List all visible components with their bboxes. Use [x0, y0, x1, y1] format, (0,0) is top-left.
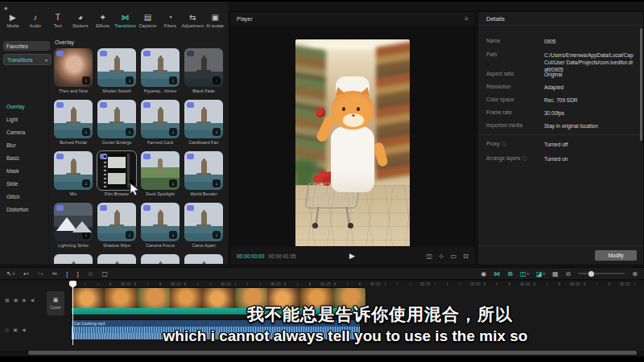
transition-thumbnail[interactable] [54, 254, 93, 264]
transition-thumbnail[interactable]: ↓ [54, 48, 93, 87]
transition-thumbnail[interactable] [141, 254, 180, 264]
audio-waveform [72, 327, 360, 333]
transition-thumbnail[interactable]: ↓ [54, 151, 93, 190]
transition-item[interactable]: ↓Burned Portal [54, 98, 93, 150]
fullscreen-icon[interactable]: ⊡ [463, 253, 469, 260]
zoom-out-icon[interactable]: ⊖ [566, 270, 572, 278]
transition-item[interactable] [141, 253, 180, 264]
transition-thumbnail[interactable]: ↓ [184, 100, 223, 138]
preview-axis-icon[interactable]: ◪▾ [536, 270, 545, 278]
delete-right-icon[interactable]: ] [77, 270, 79, 278]
transition-item[interactable]: ↓Then and Now [54, 47, 93, 98]
modify-button[interactable]: Modify [595, 250, 637, 261]
zoom-in-icon[interactable]: ⊕ [632, 270, 638, 278]
player-menu-icon[interactable]: ≡ [464, 15, 469, 23]
transition-thumbnail[interactable]: ↓ [184, 48, 223, 87]
splitscreen-icon[interactable]: ◫ [426, 253, 432, 260]
zoom-slider-thumb[interactable] [588, 271, 594, 277]
transition-thumbnail[interactable]: ↓ [184, 151, 223, 190]
favorites-button[interactable]: Favorites [3, 41, 50, 51]
tab-media[interactable]: ▶Media [2, 5, 24, 35]
transition-item[interactable]: ↓Mix [54, 150, 93, 201]
transition-item[interactable]: ↓Camera Focus [141, 201, 180, 253]
linking-icon[interactable]: ◫▾ [520, 270, 529, 278]
delete-left-icon[interactable]: [ [66, 270, 68, 278]
lock-icon[interactable]: ▣ [14, 297, 19, 302]
transition-thumbnail[interactable]: ↓ [141, 100, 180, 138]
tab-stickers[interactable]: ◕Stickers [69, 5, 92, 35]
track-type-icon[interactable]: ◎ [5, 327, 9, 332]
sidebar-item-distortion[interactable]: Distortion [0, 203, 48, 216]
tab-text[interactable]: TText [47, 5, 69, 35]
preview-canvas[interactable] [230, 26, 475, 246]
details-scrollbar[interactable] [640, 28, 642, 141]
transition-thumbnail[interactable]: ↓ [141, 48, 180, 87]
mute-icon[interactable]: ◀ [31, 297, 35, 302]
transition-thumbnail[interactable]: ↓ [54, 203, 93, 241]
transition-thumbnail[interactable]: ↓ [97, 100, 136, 138]
hide-icon[interactable]: ◉ [22, 297, 26, 302]
video-clip[interactable] [71, 287, 366, 315]
lock-icon[interactable]: ▣ [13, 327, 18, 332]
audio-clip[interactable]: Cat Cooking.mp3 [71, 319, 361, 340]
record-voiceover-icon[interactable]: ◉ [481, 270, 486, 278]
undo-icon[interactable]: ↩ [23, 270, 29, 278]
track-type-icon[interactable]: ▦ [5, 297, 10, 302]
transition-item[interactable]: ↓Black Fade [184, 47, 223, 98]
transition-thumbnail[interactable]: ↓ [97, 203, 136, 241]
sidebar-item-basic[interactable]: Basic [0, 151, 48, 164]
transition-item[interactable]: ↓Shadow Wipe [97, 201, 136, 253]
transition-thumbnail[interactable] [184, 254, 223, 264]
cover-button[interactable]: ▣ Cover [47, 291, 64, 315]
render-preview-icon[interactable]: ▦ [552, 270, 559, 278]
transition-item[interactable] [54, 253, 93, 264]
delete-icon[interactable]: ⊘ [88, 270, 93, 278]
play-button[interactable]: ▶ [349, 252, 355, 260]
transition-thumbnail[interactable]: ↓ [54, 100, 93, 138]
sidebar-item-camera[interactable]: Camera [0, 125, 48, 138]
transition-thumbnail[interactable] [97, 254, 136, 264]
split-icon[interactable]: ✂ [52, 270, 58, 278]
mute-icon[interactable]: ◀ [22, 327, 26, 332]
tab-audio[interactable]: ♪Audio [24, 5, 47, 35]
tab-effects[interactable]: ✦Effects [92, 5, 114, 35]
transition-item[interactable]: ↓Center Enlarge [97, 98, 136, 150]
cursor-tool-icon[interactable]: ↖▾ [6, 270, 14, 278]
transition-item[interactable]: ↓Fanned Card [141, 98, 180, 150]
auto-snap-icon[interactable]: ⋈ [493, 270, 500, 278]
transitions-category-button[interactable]: Transitions ▾ [3, 54, 52, 65]
sidebar-item-slide[interactable]: Slide [0, 177, 48, 190]
playhead[interactable] [72, 281, 73, 345]
sidebar-item-glitch[interactable]: Glitch [0, 190, 48, 203]
ratio-icon[interactable]: ▭ [451, 253, 457, 260]
transition-item[interactable]: ↓Carve Apart [184, 201, 223, 253]
magnet-icon[interactable]: ⋒ [507, 270, 513, 278]
transition-thumbnail[interactable]: ↓ [184, 203, 223, 241]
focus-icon[interactable]: ⊹ [439, 253, 444, 260]
sidebar-item-mask[interactable]: Mask [0, 164, 48, 177]
redo-icon[interactable]: ↪ [38, 270, 43, 278]
transition-item[interactable]: ↓Shutter Switch [97, 47, 136, 98]
crop-icon[interactable]: ▢ [102, 270, 109, 278]
sidebar-item-light[interactable]: Light [0, 113, 48, 125]
sidebar-item-overlay[interactable]: Overlay [0, 100, 48, 113]
tab-adjustment[interactable]: ⇆Adjustment [181, 5, 204, 35]
transition-thumbnail[interactable]: ↓ [141, 203, 180, 241]
transition-item[interactable]: ↓Lightning Strike [54, 201, 93, 253]
transition-item[interactable]: ↓World Bender [184, 150, 223, 201]
transition-item[interactable]: ↓Cardboard Fan [184, 98, 223, 150]
tab-filters[interactable]: ◔Filters [159, 5, 181, 35]
tab-transitions[interactable]: ⋈Transitions [114, 5, 137, 35]
transition-thumbnail[interactable]: ↓ [97, 48, 136, 87]
transition-item[interactable] [97, 253, 136, 264]
timeline-horizontal-scrollbar[interactable] [28, 351, 637, 355]
transition-item[interactable]: ↓Deck Spotlight [141, 150, 180, 201]
timeline-zoom-slider[interactable] [578, 273, 625, 274]
transition-item[interactable]: ↓Hypersp...Vortex [141, 47, 180, 98]
tab-ai-avatar[interactable]: ▣AI avatar [204, 5, 226, 35]
tab-captions[interactable]: ▤Captions [136, 5, 159, 35]
transition-item-film-browse[interactable]: ↓ Film Browse [97, 150, 136, 201]
transition-thumbnail[interactable]: ↓ [141, 151, 180, 190]
transition-item[interactable] [184, 253, 223, 264]
sidebar-item-blur[interactable]: Blur [0, 138, 48, 151]
